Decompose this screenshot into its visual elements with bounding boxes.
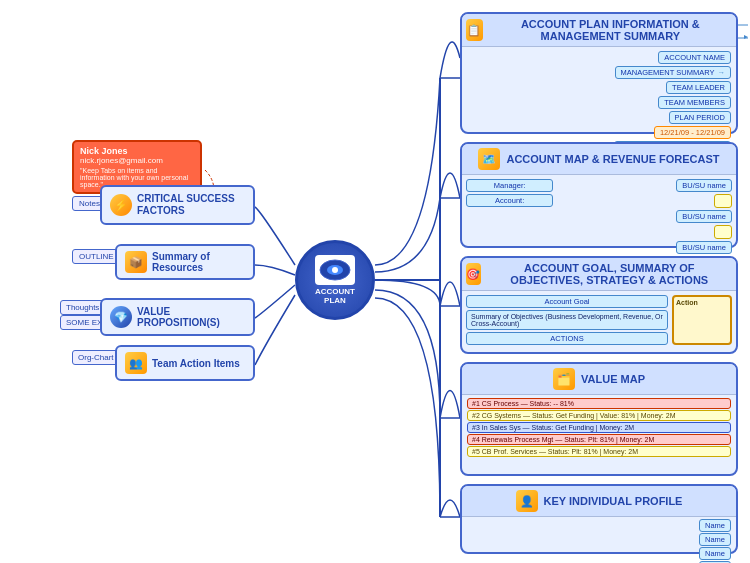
section2-title: 🗺️ ACCOUNT MAP & REVENUE FORECAST bbox=[462, 144, 736, 175]
section5-title: 👤 KEY INDIVIDUAL PROFILE bbox=[462, 486, 736, 517]
team-icon: 👥 bbox=[125, 352, 147, 374]
field-actions: ACTIONS bbox=[466, 332, 668, 345]
svg-point-11 bbox=[332, 267, 338, 273]
value-prop-icon: 💎 bbox=[110, 306, 132, 328]
section4-items: #1 CS Process — Status: -- 81% #2 CG Sys… bbox=[462, 395, 736, 460]
center-label2: PLAN bbox=[324, 296, 346, 305]
busu2-box bbox=[714, 225, 732, 239]
section2: 🗺️ ACCOUNT MAP & REVENUE FORECAST Manage… bbox=[460, 142, 738, 248]
csf-icon: ⚡ bbox=[110, 194, 132, 216]
section4: 🗂️ VALUE MAP #1 CS Process — Status: -- … bbox=[460, 362, 738, 476]
action-box: Action bbox=[672, 295, 732, 345]
field-team-members: TEAM MEMBERS bbox=[658, 96, 731, 109]
field-busu3: BU/SU name bbox=[676, 241, 732, 254]
section3-title: 🎯 ACCOUNT GOAL, SUMMARY OF OBJECTIVES, S… bbox=[462, 258, 736, 291]
section2-icon: 🗺️ bbox=[478, 148, 500, 170]
section4-title: 🗂️ VALUE MAP bbox=[462, 364, 736, 395]
summary-label: Summary of Resources bbox=[152, 251, 245, 273]
value-item-2: #2 CG Systems — Status: Get Funding | Va… bbox=[467, 410, 731, 421]
person-name: Nick Jones bbox=[80, 146, 194, 156]
outline-button[interactable]: OUTLINE bbox=[72, 249, 121, 264]
value-item-3: #3 In Sales Sys — Status: Get Funding | … bbox=[467, 422, 731, 433]
field-plan-period: PLAN PERIOD bbox=[669, 111, 731, 124]
section5: 👤 KEY INDIVIDUAL PROFILE Name Name Name … bbox=[460, 484, 738, 554]
team-action-label: Team Action Items bbox=[152, 358, 240, 369]
key-name-2: Name bbox=[699, 533, 731, 546]
section4-icon: 🗂️ bbox=[553, 368, 575, 390]
value-prop-label: VALUE PROPOSITION(S) bbox=[137, 306, 245, 328]
center-label: ACCOUNT bbox=[315, 287, 355, 296]
thoughts-button[interactable]: Thoughts bbox=[60, 300, 105, 315]
summary-resources-node: 📦 Summary of Resources bbox=[115, 244, 255, 280]
value-item-1: #1 CS Process — Status: -- 81% bbox=[467, 398, 731, 409]
person-email: nick.rjones@gmail.com bbox=[80, 156, 194, 165]
busu1-box bbox=[714, 194, 732, 208]
field-mgmt-summary: MANAGEMENT SUMMARY → bbox=[615, 66, 731, 79]
field-objectives: Summary of Objectives (Business Developm… bbox=[466, 310, 668, 330]
section3-fields: Account Goal Summary of Objectives (Busi… bbox=[466, 295, 668, 345]
csf-node: ⚡ CRITICAL SUCCESS FACTORS bbox=[100, 185, 255, 225]
key-name-1: Name bbox=[699, 519, 731, 532]
section3-icon: 🎯 bbox=[466, 263, 481, 285]
field-account: Account: bbox=[466, 194, 553, 207]
key-name-3: Name bbox=[699, 547, 731, 560]
team-action-node: 👥 Team Action Items bbox=[115, 345, 255, 381]
company-logo bbox=[315, 255, 355, 285]
summary-icon: 📦 bbox=[125, 251, 147, 273]
section1-icon: 📋 bbox=[466, 19, 483, 41]
value-item-5: #5 CB Prof. Services — Status: Plt: 81% … bbox=[467, 446, 731, 457]
field-manager: Manager: bbox=[466, 179, 553, 192]
section3: 🎯 ACCOUNT GOAL, SUMMARY OF OBJECTIVES, S… bbox=[460, 256, 738, 354]
section3-content: Account Goal Summary of Objectives (Busi… bbox=[462, 291, 736, 349]
field-account-name: ACCOUNT NAME bbox=[658, 51, 731, 64]
section1: 📋 ACCOUNT PLAN INFORMATION & MANAGEMENT … bbox=[460, 12, 738, 134]
value-item-4: #4 Renewals Process Mgt — Status: Plt: 8… bbox=[467, 434, 731, 445]
csf-label: CRITICAL SUCCESS FACTORS bbox=[137, 193, 245, 217]
section1-title: 📋 ACCOUNT PLAN INFORMATION & MANAGEMENT … bbox=[462, 14, 736, 47]
value-prop-node: 💎 VALUE PROPOSITION(S) bbox=[100, 298, 255, 336]
section5-icon: 👤 bbox=[516, 490, 538, 512]
field-team-leader: TEAM LEADER bbox=[666, 81, 731, 94]
field-busu2: BU/SU name bbox=[676, 210, 732, 223]
section5-fields: Name Name Name Name Name bbox=[462, 517, 736, 563]
center-node: ACCOUNT PLAN bbox=[295, 240, 375, 320]
field-account-goal: Account Goal bbox=[466, 295, 668, 308]
field-plan-period-date: 12/21/09 - 12/21/09 bbox=[654, 126, 731, 139]
field-busu1: BU/SU name bbox=[676, 179, 732, 192]
